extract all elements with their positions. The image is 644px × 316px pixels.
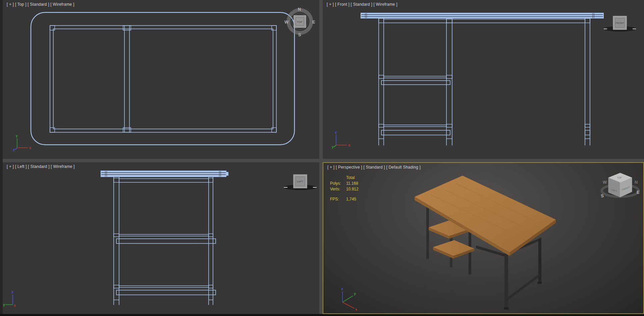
desk-model-top-view[interactable] bbox=[31, 12, 294, 145]
viewcube-front[interactable]: FRONT bbox=[604, 16, 636, 32]
stats-polys-value: 11.168 bbox=[346, 181, 358, 186]
front-view-canvas: FRONT z x y bbox=[323, 0, 644, 159]
stats-verts-label: Verts: bbox=[330, 186, 346, 192]
stats-fps-value: 1,745 bbox=[346, 196, 356, 202]
shelf2-board bbox=[433, 240, 474, 259]
viewport-top-label[interactable]: [ + ] [ Top ] [ Standard ] [ Wireframe ] bbox=[7, 2, 74, 7]
compass-west[interactable]: W bbox=[284, 19, 289, 25]
axis-x-label: x bbox=[29, 146, 31, 150]
axis-z-label: z bbox=[341, 287, 343, 291]
axis-z-label: z bbox=[335, 131, 337, 134]
axis-y-label: y bbox=[16, 134, 18, 138]
shelf2-left-view bbox=[114, 285, 216, 295]
stats-verts-value: 10.912 bbox=[346, 186, 359, 192]
axis-x-label: x bbox=[355, 308, 357, 311]
viewport-front[interactable]: [ + ] [ Front ] [ Standard ] [ Wireframe… bbox=[323, 0, 644, 159]
compass-east[interactable]: E bbox=[637, 190, 640, 195]
shelf1-front-view bbox=[379, 75, 452, 85]
stats-row-fps: FPS: 1,745 bbox=[330, 196, 359, 202]
bottom-edge-strip bbox=[0, 314, 644, 316]
stats-row-verts: Verts: 10.912 bbox=[330, 186, 359, 192]
viewcube-perspective[interactable]: S E W N TOP LEFT FRONT bbox=[600, 173, 640, 198]
leg-cross-sections bbox=[50, 26, 276, 132]
desktop-outline bbox=[31, 12, 294, 145]
compass-south[interactable]: S bbox=[298, 32, 301, 37]
viewcube-face-label: TOP bbox=[297, 20, 303, 24]
axis-y-label: y bbox=[332, 145, 334, 149]
viewport-perspective-label[interactable]: [ + ] [ Perspective ] [ Standard ] [ Def… bbox=[327, 165, 421, 170]
viewport-left-label[interactable]: [ + ] [ Left ] [ Standard ] [ Wireframe … bbox=[7, 164, 75, 169]
frame-outer bbox=[50, 26, 276, 132]
stats-row-polys: Polys: 11.168 bbox=[330, 181, 359, 186]
axis-tripod-perspective: z y x bbox=[341, 287, 357, 311]
viewcube-top-label: TOP bbox=[617, 176, 622, 179]
top-view-canvas: N W E S TOP y x z bbox=[3, 0, 319, 159]
axis-y-label: y bbox=[3, 303, 5, 307]
viewport-grid: [ + ] [ Top ] [ Standard ] [ Wireframe ] bbox=[0, 0, 644, 316]
left-view-canvas: LEFT z y x bbox=[3, 162, 319, 314]
viewcube-face-label: FRONT bbox=[615, 21, 624, 25]
axis-tripod-left: z y x bbox=[3, 290, 16, 307]
stats-header: Total bbox=[346, 175, 359, 181]
perspective-view-canvas: S E W N TOP LEFT FRONT z y x bbox=[323, 163, 643, 313]
stats-polys-label: Polys: bbox=[330, 181, 346, 186]
viewcube-left[interactable]: LEFT bbox=[283, 175, 317, 190]
axis-x-label: x bbox=[348, 143, 350, 147]
frame-inner bbox=[53, 29, 273, 129]
axis-z-label: z bbox=[13, 148, 15, 152]
desktop-slab bbox=[361, 13, 604, 18]
axis-tripod-front: z x y bbox=[332, 131, 350, 149]
compass-north[interactable]: N bbox=[635, 180, 638, 185]
desk-model-front-view[interactable] bbox=[361, 13, 604, 145]
viewport-perspective[interactable]: [ + ] [ Perspective ] [ Standard ] [ Def… bbox=[323, 162, 644, 314]
statistics-overlay: Total Polys: 11.168 Verts: 10.912 FPS: 1… bbox=[330, 175, 359, 202]
axis-tripod-top: y x z bbox=[13, 134, 31, 152]
stats-fps-label: FPS: bbox=[330, 196, 346, 202]
axis-y-label: y bbox=[354, 292, 356, 296]
viewport-front-label[interactable]: [ + ] [ Front ] [ Standard ] [ Wireframe… bbox=[327, 2, 397, 7]
axis-x-label: x bbox=[14, 304, 16, 307]
tabletop bbox=[415, 176, 556, 256]
desktop-slab bbox=[101, 171, 226, 177]
viewcube-face-label: LEFT bbox=[297, 180, 303, 183]
compass-east[interactable]: E bbox=[312, 19, 315, 25]
viewport-top[interactable]: [ + ] [ Top ] [ Standard ] [ Wireframe ] bbox=[3, 0, 319, 159]
compass-west[interactable]: W bbox=[603, 180, 607, 185]
axis-z-label: z bbox=[11, 290, 13, 294]
viewport-left[interactable]: [ + ] [ Left ] [ Standard ] [ Wireframe … bbox=[3, 162, 319, 314]
compass-north[interactable]: N bbox=[298, 7, 301, 12]
shelf2-front-view bbox=[379, 124, 590, 135]
shelf1-left-view bbox=[114, 234, 216, 243]
desk-model-left-view[interactable] bbox=[101, 171, 228, 305]
desk-model-perspective[interactable] bbox=[415, 176, 556, 310]
viewcube-top[interactable]: N W E S TOP bbox=[284, 7, 315, 37]
left-edge-strip bbox=[0, 0, 3, 316]
